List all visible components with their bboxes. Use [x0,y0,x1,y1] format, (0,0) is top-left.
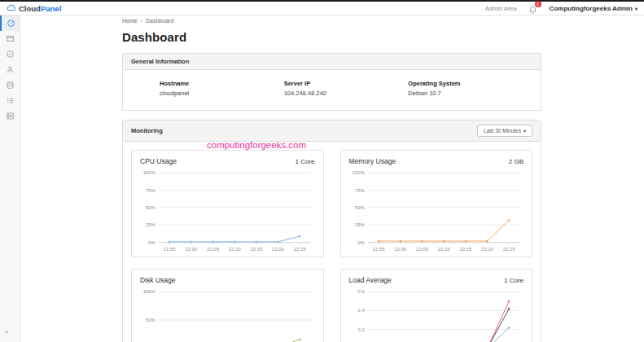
sidebar: » [0,15,20,342]
svg-text:50%: 50% [146,318,156,322]
chevron-right-icon: › [141,18,142,24]
notifications-button[interactable]: 0 [528,3,538,13]
monitoring-title: Monitoring [131,127,163,134]
caret-down-icon: ▾ [635,6,637,11]
general-information-body: Hostname cloudpanel Server IP 104.248.48… [123,70,541,110]
svg-text:21:55: 21:55 [372,247,385,252]
svg-text:22:05: 22:05 [207,247,220,252]
load-average-chart: 00.20.40.621:5522:0022:0522:1022:1522:20… [348,287,526,342]
sidebar-item-server[interactable] [0,108,20,124]
sidebar-item-dashboard[interactable] [0,15,20,31]
admin-area-link[interactable]: Admin Area [485,5,517,12]
general-information-title: General Information [131,58,189,65]
brand-cloud-text: Cloud [19,4,41,13]
server-icon [6,112,15,121]
brand-panel-text: Panel [41,4,61,13]
chart-card-cpu: CPU Usage 1 Core 0%25%50%75%100%21:5522:… [131,150,324,257]
svg-text:0%: 0% [148,240,156,245]
caret-down-icon: ▾ [524,128,526,134]
svg-text:0.2: 0.2 [357,327,364,332]
chart-card-memory: Memory Usage 2 GB 0%25%50%75%100%21:5522… [340,150,533,257]
svg-text:75%: 75% [354,188,365,193]
svg-text:50%: 50% [146,205,156,210]
notification-badge: 0 [535,1,541,7]
topbar: CloudPanel Admin Area 0 Computingforgeek… [0,2,644,15]
operating-system-label: Operating System [408,80,532,87]
load-chart-title: Load Average [349,276,392,284]
sidebar-item-security[interactable] [0,46,20,62]
hostname-label: Hostname [160,80,284,87]
user-icon [6,65,15,74]
chart-card-disk: Disk Usage 0%50%100%21:5522:0022:0522:10… [131,269,324,342]
cpu-usage-chart: 0%25%50%75%100%21:5522:0022:0522:1022:15… [138,169,317,253]
hostname-value: cloudpanel [160,90,284,97]
server-ip-label: Server IP [284,80,409,87]
svg-text:25%: 25% [146,222,156,227]
window-icon [6,34,15,43]
operating-system-value: Debian 10.7 [408,90,532,97]
cpu-capacity-label: 1 Core [295,158,314,165]
svg-text:50%: 50% [354,205,365,210]
cloud-icon [7,3,16,13]
user-menu-label: Computingforgeeks Admin [550,5,633,12]
monitoring-header: Monitoring Last 30 Minutes ▾ [123,121,541,142]
svg-text:21:55: 21:55 [164,247,177,252]
svg-text:0.6: 0.6 [357,289,365,294]
svg-text:0%: 0% [357,240,365,245]
disk-chart-title: Disk Usage [140,276,175,284]
main-content: Home › Dashboard Dashboard General Infor… [122,15,541,342]
svg-text:22:10: 22:10 [437,247,450,252]
svg-text:22:20: 22:20 [272,247,285,252]
watermark-text: computingforgeeks.com [207,140,306,150]
database-icon [6,81,15,90]
time-range-label: Last 30 Minutes [484,128,521,134]
server-ip-value: 104.248.48.240 [284,90,409,97]
charts-grid: CPU Usage 1 Core 0%25%50%75%100%21:5522:… [123,142,541,342]
disk-usage-chart: 0%50%100%21:5522:0022:0522:1022:1522:202… [138,287,317,342]
svg-text:25%: 25% [354,222,365,227]
chart-card-load: Load Average 1 Core 00.20.40.621:5522:00… [340,269,533,342]
shield-check-icon [6,50,15,59]
svg-text:22:00: 22:00 [185,247,198,252]
gauge-icon [7,19,15,28]
svg-text:100%: 100% [143,289,156,294]
general-information-header: General Information [123,54,541,70]
svg-text:22:00: 22:00 [394,247,407,252]
memory-capacity-label: 2 GB [509,158,524,165]
sidebar-item-databases[interactable] [0,77,20,93]
sidebar-collapse-button[interactable]: » [5,328,8,335]
memory-chart-title: Memory Usage [349,157,396,165]
sidebar-item-services[interactable] [0,93,20,108]
breadcrumb-dashboard[interactable]: Dashboard [146,18,173,24]
time-range-dropdown[interactable]: Last 30 Minutes ▾ [477,125,532,137]
cloudpanel-logo[interactable]: CloudPanel [7,3,61,13]
monitoring-panel: Monitoring Last 30 Minutes ▾ CPU Usage 1… [122,120,541,342]
svg-text:100%: 100% [352,170,365,175]
page-title: Dashboard [122,30,541,44]
user-menu[interactable]: Computingforgeeks Admin ▾ [550,5,637,12]
svg-text:22:25: 22:25 [502,247,515,252]
memory-usage-chart: 0%25%50%75%100%21:5522:0022:0522:1022:15… [348,169,526,253]
general-information-panel: General Information Hostname cloudpanel … [122,53,541,111]
svg-text:22:15: 22:15 [459,247,472,252]
svg-text:22:15: 22:15 [250,247,263,252]
sidebar-item-sites[interactable] [0,31,20,46]
breadcrumb-home[interactable]: Home [122,18,138,24]
sidebar-item-users[interactable] [0,62,20,77]
svg-text:75%: 75% [146,188,156,193]
load-capacity-label: 1 Core [504,277,524,284]
breadcrumb: Home › Dashboard [122,18,541,24]
svg-text:22:05: 22:05 [416,247,429,252]
svg-text:22:20: 22:20 [481,247,494,252]
svg-text:22:25: 22:25 [294,247,307,252]
svg-text:100%: 100% [143,170,156,175]
svg-text:0.4: 0.4 [357,308,365,313]
list-icon [6,96,15,105]
cpu-chart-title: CPU Usage [140,157,177,165]
svg-text:22:10: 22:10 [229,247,242,252]
